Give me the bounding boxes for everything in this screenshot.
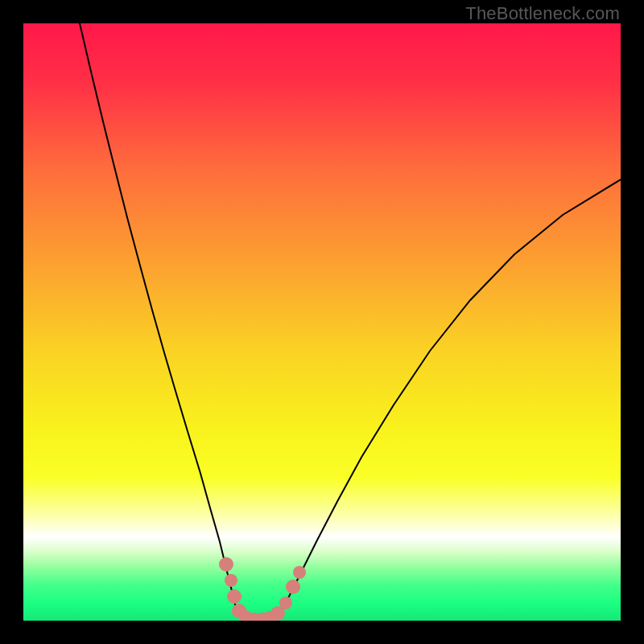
plot-svg: [23, 23, 621, 621]
chart-frame: TheBottleneck.com: [0, 0, 644, 644]
watermark-text: TheBottleneck.com: [465, 3, 620, 24]
highlight-marker: [227, 589, 242, 604]
highlight-marker: [279, 597, 292, 609]
highlight-marker: [225, 574, 237, 587]
highlight-marker: [293, 566, 306, 579]
highlight-marker: [286, 580, 300, 594]
plot-area: [23, 23, 621, 621]
highlight-marker: [219, 557, 233, 572]
